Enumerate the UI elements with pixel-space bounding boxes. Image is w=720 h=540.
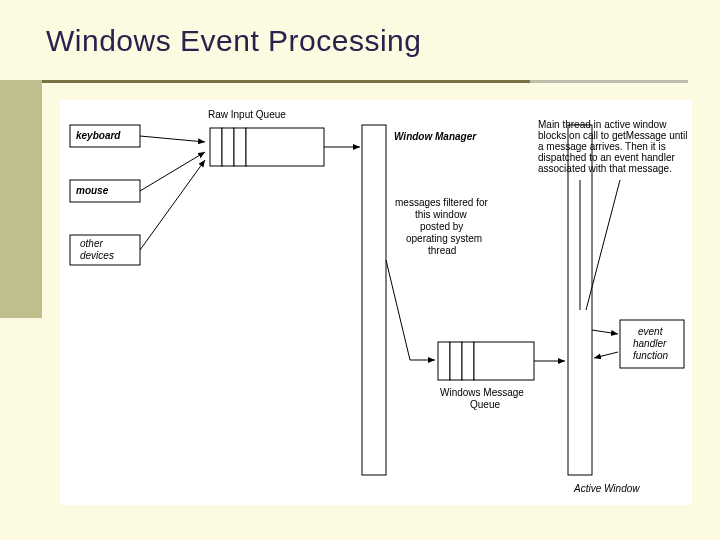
svg-rect-11 <box>362 125 386 475</box>
eh-1: event <box>638 326 664 337</box>
svg-rect-9 <box>246 128 324 166</box>
svg-rect-13 <box>450 342 462 380</box>
note-5: associated with that message. <box>538 163 672 174</box>
msg-filter-4: operating system <box>406 233 482 244</box>
eh-2: handler <box>633 338 667 349</box>
keyboard-label: keyboard <box>76 130 121 141</box>
window-manager-label: Window Manager <box>394 131 477 142</box>
svg-rect-6 <box>210 128 222 166</box>
svg-line-20 <box>594 352 618 358</box>
svg-rect-8 <box>234 128 246 166</box>
svg-rect-12 <box>438 342 450 380</box>
svg-line-5 <box>140 160 205 250</box>
diagram-area: keyboard mouse other devices Raw Input Q… <box>60 100 692 505</box>
svg-rect-7 <box>222 128 234 166</box>
diagram-svg: keyboard mouse other devices Raw Input Q… <box>60 100 692 505</box>
note-1: Main thread in active window <box>538 119 667 130</box>
title-underline-light <box>530 80 688 83</box>
svg-line-3 <box>140 136 205 142</box>
win-msg-q-2: Queue <box>470 399 500 410</box>
svg-rect-14 <box>462 342 474 380</box>
left-accent-bar <box>0 80 42 318</box>
slide-title: Windows Event Processing <box>46 24 422 58</box>
svg-rect-15 <box>474 342 534 380</box>
eh-3: function <box>633 350 668 361</box>
other-label-2: devices <box>80 250 114 261</box>
note-2: blocks on call to getMessage until <box>538 130 688 141</box>
msg-filter-3: posted by <box>420 221 463 232</box>
msg-filter-5: thread <box>428 245 456 256</box>
svg-line-4 <box>140 152 205 191</box>
win-msg-q-1: Windows Message <box>440 387 524 398</box>
msg-filter-2: this window <box>415 209 467 220</box>
msg-filter-1: messages filtered for <box>395 197 488 208</box>
note-4: dispatched to an event handler <box>538 152 675 163</box>
note-3: a message arrives. Then it is <box>538 141 666 152</box>
mouse-label: mouse <box>76 185 109 196</box>
svg-line-19 <box>592 330 618 334</box>
title-underline-dark <box>40 80 530 83</box>
slide: Windows Event Processing keyboard mouse … <box>0 0 720 540</box>
active-window-label: Active Window <box>573 483 640 494</box>
other-label-1: other <box>80 238 103 249</box>
raw-queue-label: Raw Input Queue <box>208 109 286 120</box>
